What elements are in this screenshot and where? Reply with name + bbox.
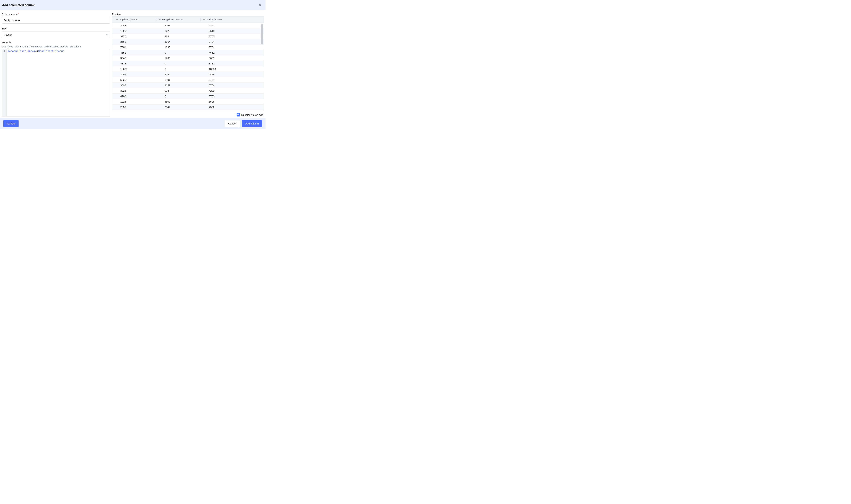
formula-editor[interactable]: 1 @coapplicant_income+@applicant_income bbox=[2, 49, 110, 116]
table-cell: 4652 bbox=[201, 50, 245, 55]
table-cell: 7901 bbox=[112, 44, 156, 50]
preview-table-wrap: applicant_incomecoapplicant_incomefamily… bbox=[112, 16, 264, 111]
formula-text: @coapplicant_income+@applicant_income bbox=[7, 49, 110, 116]
table-cell: 8333 bbox=[112, 61, 156, 66]
recalc-checkbox[interactable] bbox=[237, 113, 240, 116]
table-cell: 5484 bbox=[201, 72, 245, 77]
table-body: 3083216852511993162536183276484376036605… bbox=[112, 23, 264, 110]
menu-icon bbox=[116, 18, 118, 21]
table-cell: 1833 bbox=[156, 44, 201, 50]
close-button[interactable] bbox=[258, 3, 262, 8]
table-cell-spacer bbox=[245, 99, 264, 104]
table-header-row: applicant_incomecoapplicant_incomefamily… bbox=[112, 17, 264, 23]
table-cell: 8333 bbox=[201, 61, 245, 66]
add-calculated-column-dialog: Add calculated column Column name * Type… bbox=[0, 0, 265, 129]
table-cell-spacer bbox=[245, 83, 264, 88]
table-cell-spacer bbox=[245, 39, 264, 44]
recalc-row: Recalculate on add bbox=[112, 113, 264, 116]
table-cell: 1625 bbox=[156, 28, 201, 34]
table-row: 308321685251 bbox=[112, 23, 264, 28]
table-row: 32764843760 bbox=[112, 34, 264, 39]
table-cell-spacer bbox=[245, 55, 264, 61]
table-row: 465204652 bbox=[112, 50, 264, 55]
dialog-content: Column name * Type Formula Use (@) to re… bbox=[0, 10, 265, 118]
type-select[interactable] bbox=[2, 31, 110, 38]
table-cell: 5500 bbox=[156, 99, 201, 104]
column-header-label: family_income bbox=[206, 18, 222, 21]
table-cell: 3660 bbox=[112, 39, 156, 44]
table-row: 102555006525 bbox=[112, 99, 264, 104]
table-row: 533311316464 bbox=[112, 77, 264, 83]
column-header[interactable]: applicant_income bbox=[112, 17, 156, 23]
table-cell: 484 bbox=[156, 34, 201, 39]
table-cell-spacer bbox=[245, 104, 264, 110]
table-row: 33269134239 bbox=[112, 88, 264, 93]
table-cell: 1993 bbox=[112, 28, 156, 34]
table-cell-spacer bbox=[245, 28, 264, 34]
table-cell: 0 bbox=[156, 50, 201, 55]
table-cell: 4239 bbox=[201, 88, 245, 93]
table-cell-spacer bbox=[245, 77, 264, 83]
type-label: Type bbox=[2, 27, 110, 30]
menu-icon bbox=[203, 18, 205, 21]
table-cell-spacer bbox=[245, 50, 264, 55]
table-cell: 3597 bbox=[112, 83, 156, 88]
table-row: 790118339734 bbox=[112, 44, 264, 50]
formula-gutter: 1 bbox=[2, 49, 7, 116]
table-row: 199316253618 bbox=[112, 28, 264, 34]
left-pane: Column name * Type Formula Use (@) to re… bbox=[2, 13, 110, 116]
table-row: 18333018333 bbox=[112, 66, 264, 72]
preview-scroll[interactable]: applicant_incomecoapplicant_incomefamily… bbox=[112, 16, 264, 111]
table-cell: 18333 bbox=[201, 66, 245, 72]
type-select-wrap bbox=[2, 31, 110, 38]
add-column-button[interactable]: Add column bbox=[242, 120, 262, 127]
right-pane: Preview applicant_incomecoapplicant_inco… bbox=[112, 13, 264, 116]
table-cell-spacer bbox=[245, 66, 264, 72]
table-cell: 1733 bbox=[156, 55, 201, 61]
preview-table: applicant_incomecoapplicant_incomefamily… bbox=[112, 16, 264, 110]
table-row: 394817335681 bbox=[112, 55, 264, 61]
cancel-button[interactable]: Cancel bbox=[225, 120, 240, 127]
preview-label: Preview bbox=[112, 13, 264, 16]
table-cell: 2785 bbox=[156, 72, 201, 77]
table-cell-spacer bbox=[245, 44, 264, 50]
validate-button[interactable]: Validate bbox=[3, 120, 19, 127]
column-header-label: applicant_income bbox=[120, 18, 138, 21]
table-cell: 3948 bbox=[112, 55, 156, 61]
table-row: 678306783 bbox=[112, 93, 264, 99]
scrollbar-thumb[interactable] bbox=[261, 24, 263, 44]
close-icon bbox=[258, 3, 261, 7]
column-name-label: Column name * bbox=[2, 13, 110, 16]
table-cell: 3326 bbox=[112, 88, 156, 93]
table-cell: 2699 bbox=[112, 72, 156, 77]
table-cell-spacer bbox=[245, 93, 264, 99]
formula-label: Formula bbox=[2, 41, 110, 44]
table-row: 366050648724 bbox=[112, 39, 264, 44]
table-row: 359721575754 bbox=[112, 83, 264, 88]
table-cell: 6525 bbox=[201, 99, 245, 104]
table-cell: 5251 bbox=[201, 23, 245, 28]
table-cell: 6783 bbox=[112, 93, 156, 99]
column-name-input[interactable] bbox=[2, 17, 110, 24]
table-cell: 3083 bbox=[112, 23, 156, 28]
table-cell: 8724 bbox=[201, 39, 245, 44]
table-cell: 0 bbox=[156, 61, 201, 66]
formula-helper: Use (@) to refer a column from source, a… bbox=[2, 45, 110, 48]
table-cell: 5754 bbox=[201, 83, 245, 88]
table-cell-spacer bbox=[245, 23, 264, 28]
table-cell: 3276 bbox=[112, 34, 156, 39]
column-header-spacer bbox=[245, 17, 264, 23]
menu-icon bbox=[158, 18, 161, 21]
checkmark-icon bbox=[237, 113, 240, 116]
footer-right: Cancel Add column bbox=[225, 120, 262, 127]
column-header[interactable]: family_income bbox=[201, 17, 245, 23]
table-cell: 6783 bbox=[201, 93, 245, 99]
column-header[interactable]: coapplicant_income bbox=[156, 17, 201, 23]
table-cell: 2042 bbox=[156, 104, 201, 110]
dialog-footer: Validate Cancel Add column bbox=[0, 118, 265, 129]
dialog-header: Add calculated column bbox=[0, 0, 265, 10]
table-cell: 913 bbox=[156, 88, 201, 93]
table-cell-spacer bbox=[245, 88, 264, 93]
table-cell: 3618 bbox=[201, 28, 245, 34]
column-header-label: coapplicant_income bbox=[162, 18, 183, 21]
